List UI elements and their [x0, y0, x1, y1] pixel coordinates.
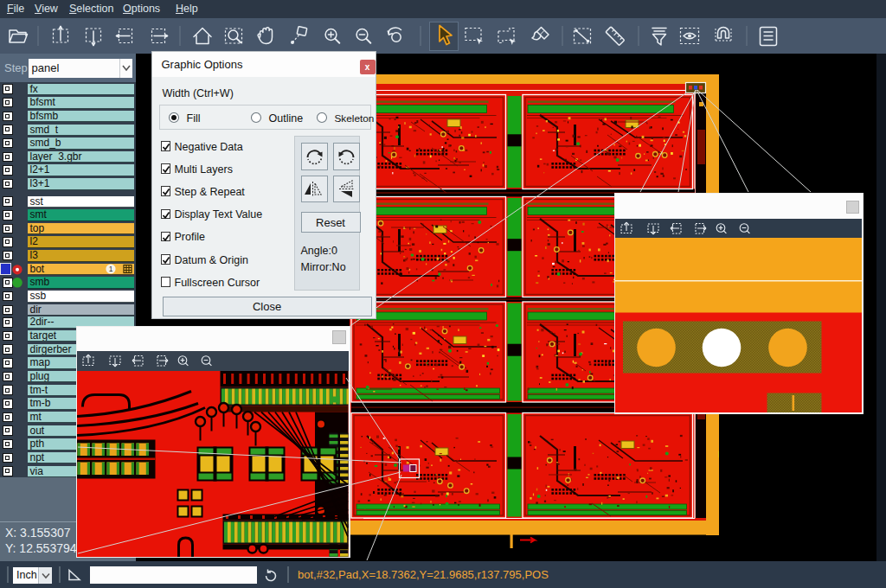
- svg-text:1: 1: [109, 265, 113, 273]
